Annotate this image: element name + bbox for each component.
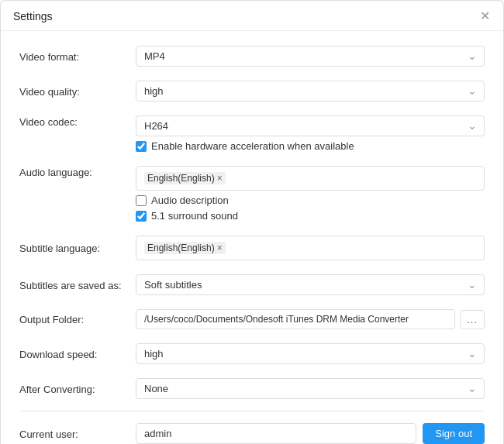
- audio-description-checkbox[interactable]: [136, 195, 147, 206]
- hw-accel-row: Enable hardware acceleration when availa…: [136, 140, 485, 152]
- subtitle-language-tag: English(English) ×: [144, 242, 226, 254]
- subtitle-language-tag-text: English(English): [147, 243, 215, 253]
- window-title: Settings: [13, 10, 53, 22]
- video-codec-field: H264 H265 MPEG4 Enable hardware accelera…: [136, 115, 485, 152]
- subtitle-language-field: English(English) ×: [136, 236, 485, 260]
- settings-content: Video format: MP4 MOV AVI MKV Video qual…: [1, 31, 503, 444]
- subtitles-saved-select[interactable]: Soft subtitles Hard subtitles None: [136, 274, 485, 295]
- after-converting-row: After Converting: None Open folder Sleep…: [19, 371, 485, 406]
- download-speed-select[interactable]: high medium low: [136, 343, 485, 364]
- subtitle-language-tag-input[interactable]: English(English) ×: [136, 236, 485, 260]
- audio-language-field: English(English) × Audio description 5.1…: [136, 166, 485, 222]
- audio-language-tag-input[interactable]: English(English) ×: [136, 166, 485, 191]
- video-codec-select-wrapper: H264 H265 MPEG4: [136, 115, 485, 136]
- video-format-select-wrapper: MP4 MOV AVI MKV: [136, 46, 485, 67]
- output-folder-input-row: ...: [136, 309, 485, 329]
- download-speed-select-wrapper: high medium low: [136, 343, 485, 364]
- audio-language-row: Audio language: English(English) × Audio…: [19, 159, 485, 229]
- output-folder-browse-button[interactable]: ...: [460, 310, 485, 329]
- video-quality-field: high medium low: [136, 81, 485, 102]
- subtitles-saved-label: Subtitles are saved as:: [19, 279, 136, 291]
- download-speed-row: Download speed: high medium low: [19, 336, 485, 371]
- subtitle-language-row: Subtitle language: English(English) ×: [19, 229, 485, 267]
- video-quality-select-wrapper: high medium low: [136, 81, 485, 102]
- audio-language-tag-text: English(English): [147, 173, 215, 184]
- current-user-label: Current user:: [19, 428, 136, 440]
- subtitle-language-label: Subtitle language:: [19, 242, 136, 254]
- divider: [19, 411, 485, 411]
- title-bar: Settings ✕: [1, 1, 503, 31]
- download-speed-field: high medium low: [136, 343, 485, 364]
- output-folder-field: ...: [136, 309, 485, 329]
- video-format-select[interactable]: MP4 MOV AVI MKV: [136, 46, 485, 67]
- subtitles-saved-field: Soft subtitles Hard subtitles None: [136, 274, 485, 295]
- user-field-container: Sign out: [136, 423, 485, 444]
- video-format-row: Video format: MP4 MOV AVI MKV: [19, 39, 485, 74]
- after-converting-label: After Converting:: [19, 383, 136, 395]
- after-converting-select-wrapper: None Open folder Sleep Shutdown: [136, 378, 485, 399]
- subtitles-saved-row: Subtitles are saved as: Soft subtitles H…: [19, 267, 485, 302]
- settings-window: Settings ✕ Video format: MP4 MOV AVI MKV…: [0, 0, 504, 444]
- close-button[interactable]: ✕: [478, 10, 491, 22]
- surround-sound-label: 5.1 surround sound: [151, 210, 238, 222]
- audio-language-tag-remove[interactable]: ×: [217, 173, 223, 184]
- surround-sound-row: 5.1 surround sound: [136, 210, 485, 222]
- sign-out-button[interactable]: Sign out: [423, 423, 485, 444]
- video-quality-select[interactable]: high medium low: [136, 81, 485, 102]
- current-user-field: Sign out: [136, 423, 485, 444]
- video-format-label: Video format:: [19, 50, 136, 63]
- video-quality-row: Video quality: high medium low: [19, 74, 485, 108]
- hw-accel-label: Enable hardware acceleration when availa…: [151, 140, 354, 152]
- subtitle-language-tag-remove[interactable]: ×: [217, 243, 223, 253]
- after-converting-select[interactable]: None Open folder Sleep Shutdown: [136, 378, 485, 399]
- output-folder-row: Output Folder: ...: [19, 302, 485, 336]
- current-user-row: Current user: Sign out: [19, 416, 485, 444]
- hw-accel-checkbox[interactable]: [136, 141, 147, 152]
- after-converting-field: None Open folder Sleep Shutdown: [136, 378, 485, 399]
- video-codec-row: Video codec: H264 H265 MPEG4 Enable hard…: [19, 108, 485, 159]
- audio-language-tag: English(English) ×: [144, 172, 226, 184]
- surround-sound-checkbox[interactable]: [136, 211, 147, 222]
- audio-description-row: Audio description: [136, 194, 485, 206]
- video-format-field: MP4 MOV AVI MKV: [136, 46, 485, 67]
- output-folder-input[interactable]: [136, 309, 455, 329]
- audio-description-label: Audio description: [151, 194, 229, 206]
- current-user-input[interactable]: [136, 423, 416, 444]
- subtitles-saved-select-wrapper: Soft subtitles Hard subtitles None: [136, 274, 485, 295]
- video-quality-label: Video quality:: [19, 85, 136, 98]
- video-codec-select[interactable]: H264 H265 MPEG4: [136, 115, 485, 136]
- download-speed-label: Download speed:: [19, 348, 136, 360]
- output-folder-label: Output Folder:: [19, 313, 136, 325]
- video-codec-label: Video codec:: [19, 115, 136, 128]
- audio-language-label: Audio language:: [19, 166, 136, 178]
